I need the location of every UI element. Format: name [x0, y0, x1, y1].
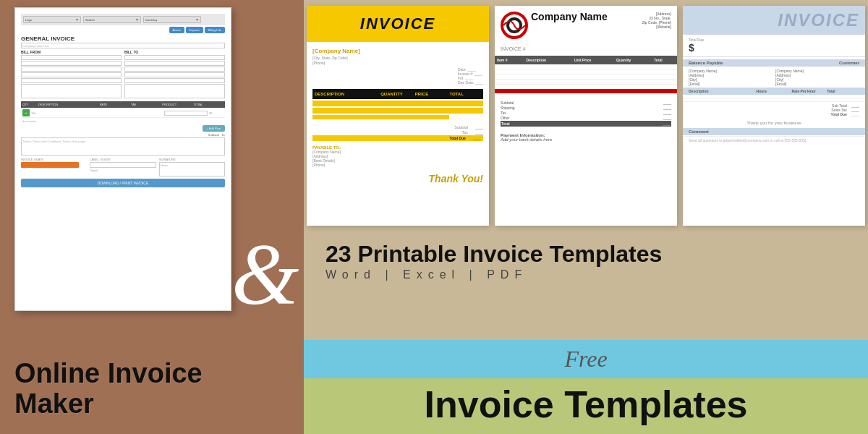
- blue-balance-section: Balance Payable Customer: [683, 59, 865, 67]
- blue-comment-section: Comment: [683, 128, 865, 135]
- red-bar: [495, 89, 677, 93]
- yellow-company: [Company Name]: [312, 48, 483, 54]
- company-name-title: Company Name: [531, 12, 608, 22]
- formats-text: Word | Excel | PDF: [326, 268, 846, 281]
- template-card-yellow[interactable]: INVOICE [Company Name] [City, State, Zip…: [307, 6, 489, 226]
- main-text-section: 23 Printable Invoice Templates Word | Ex…: [304, 231, 868, 340]
- company-table: Item # Description Unit Price Quantity T…: [495, 56, 677, 85]
- left-section: Logo ▼ Search ▼ Currency ▼ Attach Expand…: [0, 0, 304, 434]
- main-container: Logo ▼ Search ▼ Currency ▼ Attach Expand…: [0, 0, 868, 434]
- invoice-hash: INVOICE #: [495, 43, 677, 54]
- bottom-right: 23 Printable Invoice Templates Word | Ex…: [304, 231, 868, 434]
- invoice-templates-box: Invoice Templates: [304, 378, 868, 434]
- blue-desc-header: Description Hours Rate Per Hour Total: [683, 88, 865, 95]
- free-box: Free: [304, 340, 868, 378]
- yellow-thank-you: Thank You!: [312, 173, 483, 184]
- templates-row: INVOICE [Company Name] [City, State, Zip…: [304, 0, 868, 231]
- template-card-company[interactable]: Company Name [Address] ID No., State, Zi…: [495, 6, 677, 226]
- company-subtotals: Subtotal____ Shipping____ Tax____ Other_…: [495, 98, 677, 130]
- yellow-header: INVOICE: [307, 6, 489, 42]
- free-label: Free: [564, 346, 607, 373]
- online-invoice-maker-text: Online Invoice Maker: [14, 359, 203, 420]
- company-header: Company Name [Address] ID No., State, Zi…: [495, 6, 677, 43]
- invoice-templates-title: Invoice Templates: [425, 386, 748, 423]
- yellow-addr: [City, State, Zip Code]: [312, 56, 483, 60]
- invoice-doc-preview: Logo ▼ Search ▼ Currency ▼ Attach Expand…: [14, 7, 231, 311]
- blue-thank-you: Thank you for your business: [683, 121, 865, 125]
- company-info: [Address] ID No., State, Zip Code, [Phon…: [642, 12, 671, 29]
- blue-two-col: [Company Name] [Address] [City] [Email] …: [683, 67, 865, 88]
- blue-invoice-title: INVOICE: [689, 10, 859, 30]
- ampersand-symbol: &: [231, 231, 299, 318]
- yellow-invoice-title: INVOICE: [360, 14, 435, 33]
- blue-amount-row: Total Due $: [683, 35, 865, 57]
- right-section: INVOICE [Company Name] [City, State, Zip…: [304, 0, 868, 434]
- blue-header: INVOICE: [683, 6, 865, 35]
- yellow-phone: [Phone]: [312, 61, 483, 65]
- yellow-totals: Subtotal ____ Tax ____ Total Due ____: [312, 125, 483, 141]
- blue-comment-text: Send all questions to [placeholder@compa…: [683, 136, 865, 144]
- payment-info: Payment Information: Add your bank detai…: [495, 130, 677, 145]
- company-logo-icon: [501, 12, 527, 38]
- yellow-body: [Company Name] [City, State, Zip Code] […: [307, 42, 489, 190]
- yellow-desc-header: DESCRIPTION QUANTITY PRICE TOTAL: [312, 89, 483, 99]
- printable-title: 23 Printable Invoice Templates: [326, 242, 846, 265]
- online-invoice-title: Online Invoice Maker: [14, 359, 203, 420]
- template-card-blue[interactable]: INVOICE Total Due $ Balance Payable Cust…: [683, 6, 865, 226]
